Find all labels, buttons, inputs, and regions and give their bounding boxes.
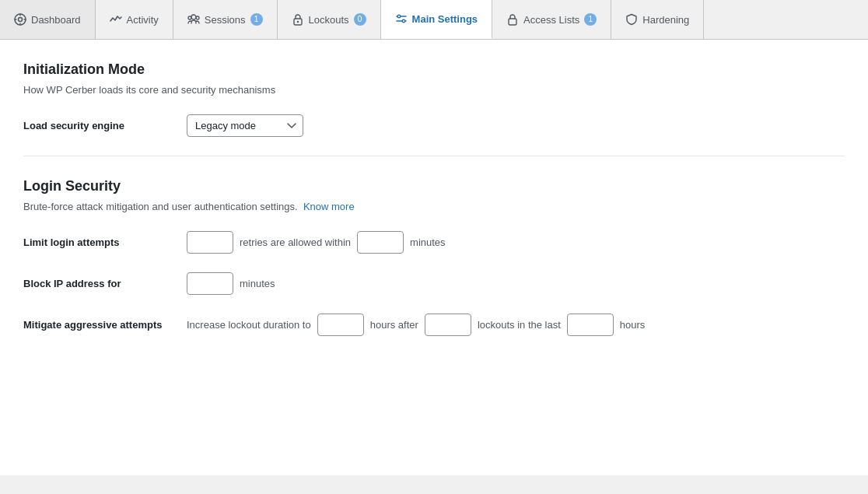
tab-hardening[interactable]: Hardening <box>611 0 704 39</box>
tab-hardening-label: Hardening <box>642 14 689 26</box>
load-security-engine-select[interactable]: Legacy mode Early mode Normal mode <box>187 114 303 137</box>
login-security-desc: Brute-force attack mitigation and user a… <box>23 201 845 212</box>
mitigate-aggressive-label: Mitigate aggressive attempts <box>23 319 179 331</box>
mitigate-suffix-text: hours <box>620 319 646 331</box>
main-content: Initialization Mode How WP Cerber loads … <box>0 40 868 475</box>
tab-access-lists[interactable]: Access Lists 1 <box>492 0 611 39</box>
svg-rect-11 <box>509 19 516 25</box>
login-security-section: Login Security Brute-force attack mitiga… <box>23 178 845 336</box>
svg-point-6 <box>296 21 298 23</box>
mitigate-aggressive-row: Mitigate aggressive attempts Increase lo… <box>23 314 845 336</box>
tab-lockouts-label: Lockouts <box>309 14 349 26</box>
tab-activity[interactable]: Activity <box>96 0 173 39</box>
tab-main-settings-label: Main Settings <box>412 13 478 25</box>
load-security-engine-label: Load security engine <box>23 120 179 131</box>
limit-login-attempts-row: Limit login attempts 5 retries are allow… <box>23 231 845 254</box>
limit-login-attempts-controls: 5 retries are allowed within 30 minutes <box>187 231 446 254</box>
section-divider-1 <box>23 156 845 156</box>
sessions-icon <box>187 13 200 26</box>
activity-icon <box>110 13 122 26</box>
tab-bar: Dashboard Activity Sessions 1 <box>0 0 868 40</box>
retries-text: retries are allowed within <box>240 236 351 248</box>
mitigate-last-text: lockouts in the last <box>478 319 561 331</box>
svg-point-1 <box>19 18 23 22</box>
last-hours-input[interactable]: 4 <box>567 314 614 336</box>
mitigate-prefix-text: Increase lockout duration to <box>187 319 311 331</box>
block-ip-controls: 60 minutes <box>187 272 275 295</box>
svg-point-9 <box>397 15 401 18</box>
tab-dashboard-label: Dashboard <box>31 14 81 26</box>
svg-point-10 <box>402 19 405 23</box>
hardening-icon <box>625 13 638 26</box>
lockouts-icon <box>292 13 304 26</box>
block-ip-row: Block IP address for 60 minutes <box>23 272 845 295</box>
tab-access-lists-label: Access Lists <box>523 14 579 26</box>
login-security-title: Login Security <box>23 178 845 194</box>
mitigate-aggressive-controls: Increase lockout duration to 24 hours af… <box>187 314 645 336</box>
block-ip-label: Block IP address for <box>23 278 179 289</box>
load-security-engine-controls: Legacy mode Early mode Normal mode <box>187 114 303 137</box>
tab-sessions[interactable]: Sessions 1 <box>173 0 278 39</box>
mitigate-after-text: hours after <box>370 319 418 331</box>
access-lists-icon <box>506 13 519 26</box>
settings-icon <box>395 12 408 25</box>
minutes-input[interactable]: 30 <box>357 231 404 254</box>
lockouts-count-input[interactable]: 2 <box>425 314 471 336</box>
access-lists-badge: 1 <box>584 13 597 26</box>
initialization-title: Initialization Mode <box>23 61 845 78</box>
tab-dashboard[interactable]: Dashboard <box>0 0 96 39</box>
minutes-text: minutes <box>410 236 446 248</box>
load-security-engine-row: Load security engine Legacy mode Early m… <box>23 114 845 137</box>
tab-sessions-label: Sessions <box>205 14 246 26</box>
lockouts-badge: 0 <box>354 13 366 26</box>
tab-lockouts[interactable]: Lockouts 0 <box>278 0 381 39</box>
initialization-section: Initialization Mode How WP Cerber loads … <box>23 61 845 137</box>
block-ip-minutes-text: minutes <box>240 278 275 289</box>
svg-point-3 <box>188 16 191 19</box>
tab-main-settings[interactable]: Main Settings <box>381 0 493 39</box>
lockout-hours-input[interactable]: 24 <box>317 314 364 336</box>
block-ip-minutes-input[interactable]: 60 <box>187 272 233 295</box>
svg-point-2 <box>191 15 196 19</box>
sessions-badge: 1 <box>250 13 263 26</box>
svg-point-4 <box>196 16 199 19</box>
dashboard-icon <box>14 13 26 26</box>
initialization-desc: How WP Cerber loads its core and securit… <box>23 84 845 96</box>
limit-login-attempts-label: Limit login attempts <box>23 236 179 248</box>
tab-activity-label: Activity <box>127 14 159 26</box>
retries-input[interactable]: 5 <box>187 231 233 254</box>
know-more-link[interactable]: Know more <box>303 201 355 212</box>
